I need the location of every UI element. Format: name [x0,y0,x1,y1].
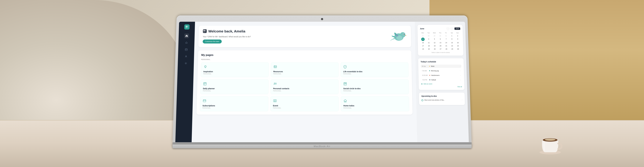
section-title: My pages [201,53,408,56]
social-circle-icon [343,82,348,86]
sidebar-item-home[interactable] [184,33,189,38]
cal-day-18[interactable]: 18 [426,44,432,47]
laptop: Welcome back, Amelia Your "CRM for life"… [172,15,472,148]
welcome-banner: Welcome back, Amelia Your "CRM for life"… [198,25,411,47]
schedule-dot-netball [429,79,430,80]
welcome-content: Welcome back, Amelia Your "CRM for life"… [202,29,388,43]
card-title-event: Event [273,104,336,107]
page-card-daily-planner[interactable]: Daily planner PERSONAL [200,79,268,94]
card-title-subscriptions: Subscriptions [202,104,266,107]
schedule-event-jog: Morning jog [431,70,460,71]
sidebar-item-settings[interactable] [183,61,188,66]
cal-day-27[interactable]: 27 [438,47,443,50]
cal-day-3-today[interactable]: 3 [421,37,424,41]
schedule-event-netball: Netball [431,79,460,81]
page-card-personal-contacts[interactable]: Personal contacts PERSONAL [270,79,338,94]
sidebar-item-favorites[interactable] [184,40,189,45]
card-label-resources: PERSONAL [273,73,336,75]
cal-day-29[interactable]: 29 [449,47,455,50]
cal-day-12[interactable]: 12 [432,41,438,44]
cal-day-9[interactable]: 9 [455,37,460,41]
svg-rect-22 [204,82,206,85]
cal-day-19[interactable]: 19 [432,44,438,47]
calendar-prev-btn[interactable]: ‹ [446,27,450,30]
card-title-life-essentials: Life essentials to-dos [343,70,406,73]
svg-point-3 [545,139,556,141]
cal-day-7[interactable]: 7 [443,37,449,41]
cal-day-29prev[interactable]: 29 [432,34,437,37]
schedule-event-work: Work [431,65,460,67]
cal-day-2[interactable]: 2 [455,34,460,37]
todo-more-icon: › [462,99,462,100]
svg-rect-11 [204,30,204,31]
cal-header-sat: Sat [449,32,454,34]
cal-day-17[interactable]: 17 [420,44,426,47]
cal-day-21[interactable]: 21 [444,44,449,47]
todo-checkbox[interactable] [421,99,423,101]
calendar-widget: June ‹ › 2024 Mon Tue Wed [418,25,464,56]
page-card-event[interactable]: Event PERSONAL [270,96,339,111]
page-card-resources[interactable]: Resources PERSONAL [270,62,338,77]
schedule-title: Today's schedule [420,60,461,63]
todos-widget: Upcoming to-dos Must send new photos of … [419,93,465,105]
view-all-link[interactable]: View all [421,86,462,87]
card-title-resources: Resources [273,70,336,73]
cal-day-31prev[interactable]: 31 [443,34,449,37]
svg-point-23 [274,83,275,84]
page-card-life-essentials[interactable]: Life essentials to-dos PERSONAL [340,62,408,77]
cal-day-11[interactable]: 11 [426,41,432,44]
page-card-home-todos[interactable]: Home todos PERSONAL [341,96,409,111]
card-title-social-circle: Social circle to-dos [343,87,406,90]
cal-day-30prev[interactable]: 30 [438,34,443,37]
cal-header-thu: Thu [437,32,443,34]
schedule-dot-jog [429,70,430,71]
page-card-social-circle[interactable]: Social circle to-dos PERSONAL [341,79,409,94]
laptop-camera [321,18,323,20]
svg-rect-13 [204,31,204,32]
calendar-header: June ‹ › 2024 [420,27,460,30]
cal-day-27prev[interactable]: 27 [420,34,426,37]
schedule-time-10am: 10:00 AM [422,74,429,76]
cal-day-25[interactable]: 25 [426,47,432,50]
cal-day-20[interactable]: 20 [438,44,443,47]
cal-day-6[interactable]: 6 [438,37,443,41]
cal-day-5[interactable]: 5 [432,37,437,41]
cal-day-30[interactable]: 30 [455,47,461,50]
right-panel: June ‹ › 2024 Mon Tue Wed [414,22,468,142]
cal-day-28[interactable]: 28 [444,47,449,50]
cal-day-16[interactable]: 16 [455,41,460,44]
cal-header-wed: Wed [432,32,437,34]
cal-day-28prev[interactable]: 28 [426,34,431,37]
schedule-more-netball: › [460,79,461,80]
cal-day-22[interactable]: 22 [449,44,455,47]
sidebar [175,22,195,142]
sidebar-item-calendar[interactable] [184,47,189,52]
schedule-time-7am: 7:00 AM [422,70,429,71]
laptop-screen: Welcome back, Amelia Your "CRM for life"… [175,22,469,142]
cal-day-13[interactable]: 13 [438,41,443,44]
todos-title: Upcoming to-dos [421,95,462,97]
subscriptions-icon [202,99,207,103]
main-content: Welcome back, Amelia Your "CRM for life"… [192,22,417,142]
calendar-next-btn[interactable]: › [450,27,453,30]
add-event-button[interactable]: ⊕ Add an event [421,83,462,85]
cal-day-15[interactable]: 15 [449,41,455,44]
page-card-inspiration[interactable]: Inspiration PERSONAL [200,62,269,77]
laptop-screen-bezel: Welcome back, Amelia Your "CRM for life"… [172,15,472,142]
customize-button[interactable]: Customize this lawn [202,39,222,43]
schedule-more-work: › [460,65,460,67]
cal-day-23[interactable]: 23 [455,44,461,47]
cal-day-8[interactable]: 8 [449,37,455,41]
cal-day-14[interactable]: 14 [443,41,449,44]
cal-day-26[interactable]: 26 [432,47,438,50]
cal-day-10[interactable]: 10 [420,41,426,44]
cal-day-24[interactable]: 24 [420,47,426,50]
page-card-subscriptions[interactable]: Subscriptions PERSONAL [200,96,268,111]
calendar-year: 2024 [454,27,460,30]
cal-header-fri: Fri [443,32,449,34]
daily-planner-icon [203,82,207,86]
todo-text: Must send new photos of Sky... [424,99,445,101]
sidebar-item-contacts[interactable] [184,54,188,59]
cal-day-1[interactable]: 1 [449,34,454,37]
cal-day-4[interactable]: 4 [426,37,432,41]
